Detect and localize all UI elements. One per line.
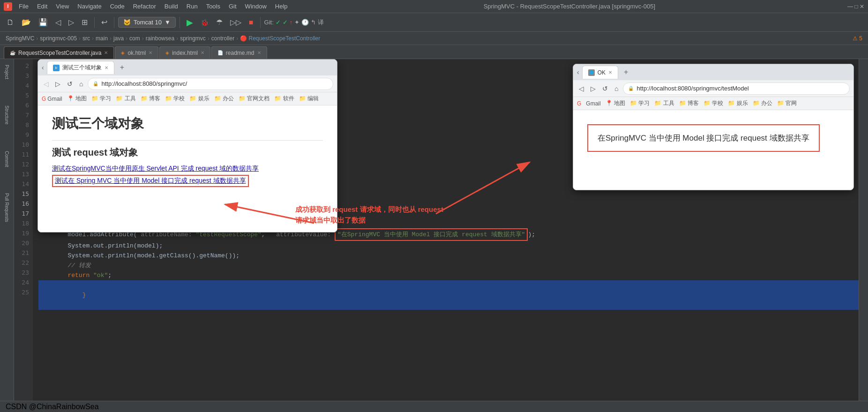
menu-refactor[interactable]: Refactor — [129, 2, 160, 11]
tab-close-4[interactable]: ✕ — [257, 50, 261, 55]
bm-docs[interactable]: 📁 官网文档 — [239, 95, 269, 103]
bc-main[interactable]: main — [96, 35, 108, 42]
bm2-entertainment[interactable]: 📁 娱乐 — [728, 99, 748, 107]
menu-build[interactable]: Build — [161, 2, 182, 11]
browser2-home[interactable]: ⌂ — [613, 83, 620, 94]
bc-springmvc2[interactable]: springmvc — [180, 35, 206, 42]
browser1-back[interactable]: ◁ — [42, 78, 51, 90]
toolbar-open[interactable]: 📂 — [19, 16, 34, 29]
browser2-address-bar[interactable]: 🔒 http://localhost:8080/springmvc/testMo… — [623, 82, 850, 95]
toolbar-undo[interactable]: ↩ — [98, 16, 110, 29]
toolbar-back[interactable]: ◁ — [52, 16, 64, 29]
bc-rainbowsea[interactable]: rainbowsea — [146, 35, 174, 42]
bm-tools[interactable]: 📁 工具 — [116, 95, 135, 103]
browser1-refresh[interactable]: ↺ — [65, 78, 75, 90]
sidebar-project-icon[interactable]: Project — [2, 63, 11, 81]
browser2-tab-close[interactable]: ✕ — [608, 70, 612, 75]
bm2-official[interactable]: 📁 官网 — [777, 99, 797, 107]
browser1-link-2[interactable]: 测试在 Spring MVC 当中使用 Model 接口完成 request 域… — [52, 175, 249, 187]
bm2-gmail[interactable]: Gmail — [586, 100, 600, 107]
bc-file[interactable]: 🔴 RequestScopeTestController — [240, 35, 320, 42]
tab-close-2[interactable]: ✕ — [149, 50, 152, 55]
browser1-nav-left[interactable]: ‹ — [42, 64, 44, 71]
run-button[interactable]: ▶ — [184, 15, 196, 30]
bc-src[interactable]: src — [82, 35, 90, 42]
toolbar-new-file[interactable]: 🗋 — [4, 16, 17, 29]
browser2-back[interactable]: ◁ — [577, 83, 586, 94]
toolbar-save[interactable]: 💾 — [36, 16, 51, 29]
bc-springmvc-005[interactable]: springmvc-005 — [40, 35, 77, 42]
bm-entertainment[interactable]: 📁 娱乐 — [189, 95, 209, 103]
tab-okhtml[interactable]: ◈ ok.html ✕ — [115, 46, 158, 59]
bm2-blog[interactable]: 📁 博客 — [679, 99, 699, 107]
tab-indexhtml[interactable]: ◈ index.html ✕ — [159, 46, 210, 59]
browser2-refresh[interactable]: ↺ — [600, 83, 610, 94]
code-editor[interactable]: 2 3 4 5 6 7 8 9 10 11 12 13 14 15 16 17 … — [14, 59, 868, 412]
bm-study[interactable]: 📁 学习 — [91, 95, 111, 103]
bm-software[interactable]: 📁 软件 — [274, 95, 294, 103]
browser1-forward[interactable]: ▷ — [53, 78, 62, 90]
profile-button[interactable]: ▷▷ — [227, 16, 244, 29]
browser1-new-tab[interactable]: + — [117, 63, 127, 72]
git-check2-icon: ✓ — [283, 19, 288, 26]
menu-help[interactable]: Help — [271, 2, 292, 11]
breadcrumb: SpringMVC › springmvc-005 › src › main ›… — [0, 32, 868, 45]
menu-window[interactable]: Window — [241, 2, 270, 11]
bc-com[interactable]: com — [129, 35, 140, 42]
menu-run[interactable]: Run — [183, 2, 202, 11]
ln-14: 14 — [22, 179, 29, 189]
bm-blog[interactable]: 📁 博客 — [141, 95, 160, 103]
tab-readme[interactable]: 📄 readme.md ✕ — [211, 46, 267, 59]
browser1-address-bar[interactable]: 🔒 http://localhost:8080/springmvc/ — [88, 78, 333, 90]
menu-file[interactable]: File — [15, 2, 32, 11]
bm-office[interactable]: 📁 办公 — [214, 95, 234, 103]
stop-button[interactable]: ■ — [246, 16, 256, 29]
coverage-button[interactable]: ☂ — [213, 16, 225, 29]
debug-button[interactable]: 🐞 — [198, 17, 211, 28]
menu-edit[interactable]: Edit — [33, 2, 51, 11]
file-tabs: ☕ RequestScopeTestController.java ✕ ◈ ok… — [0, 45, 868, 59]
sidebar-pr-icon[interactable]: Pull Requests — [2, 191, 11, 224]
browser2-forward[interactable]: ▷ — [589, 83, 598, 94]
browser1-home[interactable]: ⌂ — [77, 78, 85, 90]
git-undo-icon: ↰ — [311, 19, 316, 26]
browser-window-1[interactable]: ‹ b 测试三个域对象 ✕ + ◁ ▷ ↺ ⌂ 🔒 http://localho… — [37, 59, 337, 232]
bm-edit[interactable]: 📁 编辑 — [299, 95, 319, 103]
bm2-study[interactable]: 📁 学习 — [630, 99, 650, 107]
bc-java[interactable]: java — [113, 35, 124, 42]
menu-git[interactable]: Git — [225, 2, 240, 11]
menu-navigate[interactable]: Navigate — [74, 2, 105, 11]
ln-8: 8 — [25, 120, 29, 130]
code-line-23: return "ok"; — [38, 270, 862, 280]
bm2-school[interactable]: 📁 学校 — [703, 99, 723, 107]
ln-10: 10 — [22, 140, 29, 150]
bm2-gmail-icon: G — [577, 100, 581, 107]
toolbar-forward[interactable]: ▷ — [66, 16, 77, 29]
browser2-nav-left[interactable]: ‹ — [577, 68, 579, 76]
browser1-tab-close[interactable]: ✕ — [105, 65, 108, 70]
bm-gmail[interactable]: G Gmail — [42, 96, 62, 102]
sidebar-structure-icon[interactable]: Structure — [2, 104, 11, 127]
sidebar-commit-icon[interactable]: Commit — [2, 149, 11, 169]
ln-3: 3 — [25, 71, 29, 81]
menu-tools[interactable]: Tools — [202, 2, 224, 11]
bm2-office[interactable]: 📁 办公 — [753, 99, 772, 107]
menu-view[interactable]: View — [52, 2, 73, 11]
bm2-maps[interactable]: 📍 地图 — [606, 99, 625, 107]
menu-code[interactable]: Code — [106, 2, 128, 11]
tab-close-1[interactable]: ✕ — [104, 50, 108, 55]
main-area: Project Structure Commit Pull Requests 2… — [0, 59, 868, 412]
toolbar: 🗋 📂 💾 ◁ ▷ ⊞ ↩ 🐱 Tomcat 10 ▼ ▶ 🐞 ☂ ▷▷ ■ G… — [0, 13, 868, 32]
tomcat-button[interactable]: 🐱 Tomcat 10 ▼ — [118, 17, 176, 28]
browser1-link-1[interactable]: 测试在SpringMVC当中使用原生 Servlet API 完成 reques… — [52, 165, 323, 173]
bm2-tools[interactable]: 📁 工具 — [654, 99, 674, 107]
bm-maps[interactable]: 📍 地图 — [67, 95, 87, 103]
tab-close-3[interactable]: ✕ — [201, 50, 204, 55]
browser2-new-tab[interactable]: + — [621, 68, 631, 76]
tab-requestscope[interactable]: ☕ RequestScopeTestController.java ✕ — [4, 46, 114, 59]
bc-controller[interactable]: controller — [211, 35, 234, 42]
toolbar-recent[interactable]: ⊞ — [79, 16, 90, 29]
browser-window-2[interactable]: ‹ 🌐 OK ✕ + ◁ ▷ ↺ ⌂ 🔒 http://localhost:80… — [573, 64, 854, 190]
bm-school[interactable]: 📁 学校 — [165, 95, 185, 103]
bc-springmvc[interactable]: SpringMVC — [6, 35, 34, 42]
